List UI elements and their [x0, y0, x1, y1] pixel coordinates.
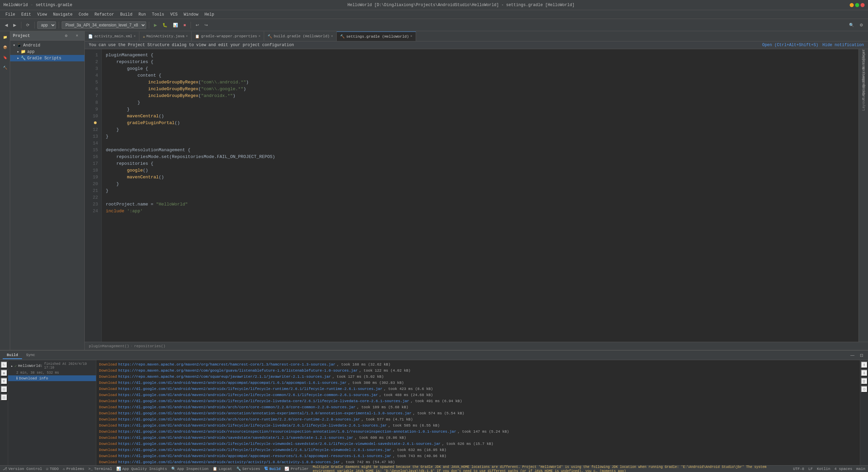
log-link-4[interactable]: https://dl.google.com/dl/android/maven2/… [118, 380, 347, 386]
status-todo[interactable]: ☑ TODO [46, 467, 59, 471]
menu-refactor[interactable]: Refactor [92, 12, 117, 18]
bottom-panel-minimize-button[interactable]: — [848, 352, 856, 358]
tab-activity-main-close[interactable]: × [134, 35, 136, 38]
stop-button[interactable]: ■ [181, 22, 188, 28]
menu-navigate[interactable]: Navigate [50, 12, 75, 18]
status-app-quality[interactable]: 📊 App Quality Insights [116, 467, 167, 471]
device-selector[interactable]: Pixel_3a_API_34_extension_level_7_x8 [62, 21, 146, 29]
module-selector[interactable]: app [37, 21, 56, 29]
log-link-16[interactable]: https://dl.google.com/dl/android/maven2/… [118, 453, 391, 459]
status-services[interactable]: 🔧 Services [236, 467, 260, 471]
build-tree-download-info[interactable]: ℹ Download info [8, 375, 96, 381]
status-line-ending[interactable]: LF [808, 467, 813, 471]
layout-inspector-label[interactable]: Layout Inspector [860, 73, 867, 113]
status-indent[interactable]: 4 spaces [834, 467, 852, 471]
code-editor[interactable]: 1 2 3 4 5 6 7 8 9 10 12 13 14 1 [85, 49, 859, 342]
status-app-inspection[interactable]: 🔍 App Inspection [171, 467, 209, 471]
tree-app-folder[interactable]: ▸ 📁 app [10, 48, 84, 55]
layout-inspector-panel-tab[interactable]: Layout Inspector [859, 88, 868, 97]
debug-button[interactable]: 🐛 [160, 22, 170, 28]
toolbar-back-button[interactable]: ◀ [3, 22, 10, 28]
run-button[interactable]: ▶ [152, 22, 159, 28]
build-collapse-button[interactable]: ⊟ [1, 394, 7, 401]
build-expand-button[interactable]: ⊞ [1, 386, 7, 393]
log-link-7[interactable]: https://dl.google.com/dl/android/maven2/… [118, 398, 409, 404]
log-link-6[interactable]: https://dl.google.com/dl/android/maven2/… [118, 392, 378, 398]
build-settings-button[interactable]: ⚙ [861, 386, 868, 393]
close-button[interactable] [861, 3, 865, 7]
tab-activity-main-xml[interactable]: 📄 activity_main.xml × [85, 32, 139, 41]
minimize-button[interactable] [850, 3, 854, 7]
search-button[interactable]: 🔍 [847, 22, 856, 28]
log-link-11[interactable]: https://dl.google.com/dl/android/maven2/… [118, 422, 387, 429]
code-content[interactable]: pluginManagement { repositories { google… [102, 49, 859, 342]
log-link-1[interactable]: https://repo.maven.apache.org/maven2/org… [118, 361, 335, 368]
menu-code[interactable]: Code [76, 12, 91, 18]
toolbar-sync-button[interactable]: ⟳ [24, 22, 32, 28]
tree-gradle-scripts[interactable]: ▸ 🔧 Gradle Scripts [10, 55, 84, 61]
tree-android-dropdown[interactable]: ▾ 📱 Android [10, 42, 84, 48]
breadcrumb-item-1[interactable]: pluginManagement() [89, 344, 129, 348]
notification-hide-link[interactable]: Hide notification [823, 43, 864, 47]
project-panel-settings-icon[interactable]: ⚙ [61, 31, 71, 41]
menu-help[interactable]: Help [202, 12, 217, 18]
menu-build[interactable]: Build [117, 12, 135, 18]
menu-vcs[interactable]: VCS [167, 12, 180, 18]
log-link-13[interactable]: https://dl.google.com/dl/android/maven2/… [118, 435, 353, 441]
log-link-14[interactable]: https://dl.google.com/dl/android/maven2/… [118, 441, 441, 447]
log-link-17[interactable]: https://dl.google.com/dl/android/maven2/… [118, 459, 340, 465]
menu-view[interactable]: View [35, 12, 50, 18]
build-stop-button[interactable]: ■ [1, 370, 7, 376]
toolbar-forward-button[interactable]: ▶ [11, 22, 18, 28]
menu-edit[interactable]: Edit [19, 12, 34, 18]
tab-gradle-wrapper-close[interactable]: × [258, 35, 260, 38]
build-tab[interactable]: Build [3, 352, 22, 359]
status-language[interactable]: Kotlin [817, 467, 830, 471]
build-scroll-top-button[interactable]: ⬆ [861, 361, 868, 368]
settings-button[interactable]: ⚙ [857, 22, 865, 28]
tab-main-activity-java[interactable]: ☕ MainActivity.java × [139, 32, 192, 41]
log-link-8[interactable]: https://dl.google.com/dl/android/maven2/… [118, 404, 356, 410]
status-git[interactable]: ⎇ Version Control [3, 467, 42, 471]
redo-button[interactable]: ↪ [202, 22, 210, 28]
log-link-12[interactable]: https://dl.google.com/dl/android/maven2/… [118, 429, 456, 435]
tab-gradle-wrapper-properties[interactable]: 📋 gradle-wrapper.properties × [192, 32, 264, 41]
build-clear-button[interactable]: 🗑 [861, 378, 868, 385]
project-tool-tab[interactable]: 📁 [0, 33, 10, 42]
resource-manager-tab[interactable]: 📦 [0, 43, 10, 52]
sync-tab[interactable]: Sync [22, 352, 39, 359]
profile-button[interactable]: 📊 [171, 22, 180, 28]
menu-file[interactable]: File [3, 12, 18, 18]
build-scroll-bottom-button[interactable]: ⬇ [861, 370, 868, 376]
build-log[interactable]: Download https://repo.maven.apache.org/m… [96, 360, 860, 465]
log-link-9[interactable]: https://dl.google.com/dl/android/maven2/… [118, 410, 412, 416]
build-rerun-button[interactable]: ↻ [1, 361, 7, 368]
status-problems[interactable]: ⚠ Problems [63, 467, 84, 471]
build-tree-root[interactable]: ▸ ✓ HelloWorld: finished At 2024/4/19 17… [8, 361, 96, 370]
tab-build-gradle-close[interactable]: × [331, 35, 333, 38]
tab-build-gradle[interactable]: 🔨 build.gradle (HelloWorld) × [264, 32, 337, 41]
tab-settings-gradle[interactable]: 🔨 settings.gradle (HelloWorld) × [337, 32, 416, 41]
undo-button[interactable]: ↩ [194, 22, 201, 28]
breadcrumb-item-2[interactable]: repositories() [134, 344, 165, 348]
log-link-3[interactable]: https://repo.maven.apache.org/maven2/com… [118, 374, 331, 380]
tab-settings-gradle-close[interactable]: × [410, 35, 412, 38]
status-encoding[interactable]: UTF-8 [793, 467, 804, 471]
log-link-10[interactable]: https://dl.google.com/dl/android/maven2/… [118, 416, 360, 422]
log-link-2[interactable]: https://repo.maven.apache.org/maven2/com… [118, 368, 358, 374]
menu-run[interactable]: Run [136, 12, 149, 18]
build-variants-tab[interactable]: 🔨 [0, 63, 10, 73]
status-logcat[interactable]: 📋 Logcat [213, 467, 232, 471]
build-filter-button[interactable]: ▼ [1, 378, 7, 385]
status-profiler[interactable]: 📈 Profiler [284, 467, 309, 471]
log-link-5[interactable]: https://dl.google.com/dl/android/maven2/… [118, 386, 382, 392]
status-terminal[interactable]: >_ Terminal [88, 467, 112, 471]
menu-window[interactable]: Window [181, 12, 201, 18]
project-panel-close-icon[interactable]: × [72, 31, 82, 41]
status-branch[interactable]: main [856, 467, 865, 471]
bottom-panel-maximize-button[interactable]: ⊡ [858, 352, 865, 358]
status-build[interactable]: 🏗 Build [264, 467, 280, 471]
maximize-button[interactable] [855, 3, 859, 7]
tab-main-activity-close[interactable]: × [186, 35, 188, 38]
menu-tools[interactable]: Tools [149, 12, 167, 18]
